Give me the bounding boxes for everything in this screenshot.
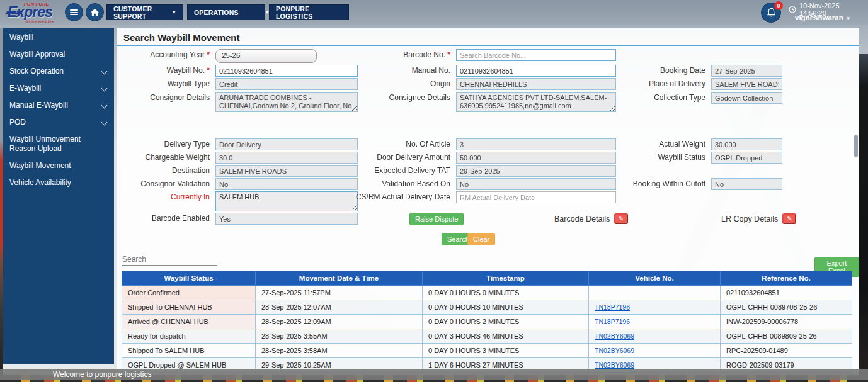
notifications-button[interactable]: 0 (761, 3, 781, 23)
barcode-no-input[interactable] (456, 49, 616, 61)
menu-toggle-button[interactable] (65, 3, 83, 21)
sidebar-item-waybill-unmovement-reason-upload[interactable]: Waybill Unmovement Reason Upload (3, 131, 110, 157)
sidebar-item-label: Waybill Movement (9, 161, 71, 170)
place-of-delivery-input (711, 78, 782, 90)
table-row: Shipped To CHENNAI HUB 28-Sep-2025 12:07… (122, 300, 852, 315)
waybill-no-input[interactable] (215, 65, 358, 77)
user-menu[interactable]: vigneshwaran▼ (795, 14, 851, 21)
field-label: Barcode Enabled (117, 213, 210, 223)
sidebar-item-vehicle-availability[interactable]: Vehicle Availability (3, 174, 114, 191)
column-header-vehicle-no[interactable]: Vehicle No. (589, 271, 721, 286)
cell-datetime: 28-Sep-2025 12:07AM (256, 300, 423, 315)
raise-dispute-button[interactable]: Raise Dispute (409, 213, 464, 225)
field-validation-based-on: Validation Based On (340, 178, 616, 190)
cell-vehicle: TN18P7196 (589, 300, 721, 315)
field-manual-no: Manual No. (340, 65, 616, 77)
edit-icon: ✎ (787, 215, 792, 222)
cell-datetime: 28-Sep-2025 3:58AM (256, 344, 423, 358)
field-expected-delivery-tat: Expected Delivery TAT (340, 165, 616, 177)
clear-button[interactable]: Clear (467, 233, 495, 245)
cell-datetime: 27-Sep-2025 11:57PM (256, 286, 423, 300)
vertical-scrollbar[interactable] (854, 135, 858, 157)
field-label: Validation Based On (340, 178, 450, 188)
table-row: Ready for dispatch 28-Sep-2025 3:55AM 0 … (122, 329, 852, 344)
chevron-down-icon: ▼ (172, 10, 176, 14)
nav-customer-support-label: CUSTOMER SUPPORT (113, 5, 163, 20)
booking-within-cutoff-input (711, 178, 782, 190)
field-actual-weight: Actual Weight (592, 138, 782, 150)
field-label: Delivery Type (117, 138, 210, 149)
field-door-delivery-amount: Door Delivery Amount (340, 152, 616, 164)
column-header-reference-no[interactable]: Reference No. (721, 271, 852, 286)
field-consignor-details: Consignor Details ARUNA TRADE COMBINES -… (117, 92, 358, 112)
expected-delivery-tat-input (456, 165, 616, 177)
barcode-enabled-input (215, 213, 358, 225)
table-row: Arrived @ CHENNAI HUB 28-Sep-2025 12:09A… (122, 315, 852, 329)
notification-count-badge: 0 (774, 1, 783, 10)
field-label: Booking Within Cutoff (592, 178, 705, 188)
sidebar-item-label: Vehicle Availability (9, 178, 71, 187)
brand-logo[interactable]: PON PURE Expres On time every time (6, 1, 66, 24)
sidebar-item-label: Waybill Unmovement Reason Upload (9, 135, 81, 153)
nav-operations-label: OPERATIONS (194, 9, 239, 16)
vehicle-no-link[interactable]: TN18P7196 (595, 318, 630, 325)
barcode-details-label: Barcode Details (554, 215, 610, 223)
field-label: Origin (340, 78, 450, 88)
consignor-details-textarea: ARUNA TRADE COMBINES - CHENNAI,Godown No… (215, 92, 358, 112)
cell-reference: OGPL-CHRH-0089708-25-26 (721, 300, 852, 315)
sidebar-item-label: E-Waybill (9, 84, 41, 93)
sidebar-item-manual-e-waybill[interactable]: Manual E-Waybill (3, 97, 114, 114)
barcode-details-edit-button[interactable]: ✎ (614, 213, 628, 224)
field-cs-rm-actual-delivery-date: CS/RM Actual Delivery Date (340, 191, 616, 203)
table-search-input[interactable] (122, 254, 217, 266)
edit-icon: ✎ (619, 215, 624, 222)
sidebar-item-stock-operation[interactable]: Stock Operation (3, 63, 114, 80)
nav-ponpure-logistics[interactable]: PONPURE LOGISTICS (269, 4, 349, 20)
column-header-waybill-status[interactable]: Waybill Status (122, 271, 256, 286)
field-label: Barcode No. (340, 49, 450, 59)
sidebar-item-waybill[interactable]: Waybill (3, 29, 114, 46)
table-row: Shipped To SALEM HUB 28-Sep-2025 3:58AM … (122, 344, 852, 358)
chevron-down-icon: ▼ (846, 16, 851, 21)
main-content-panel: Search Waybill Movement Accounting Year … (117, 28, 859, 374)
cell-status: Shipped To SALEM HUB (122, 344, 256, 358)
sidebar-item-waybill-movement[interactable]: Waybill Movement (3, 157, 114, 174)
field-label: Waybill Status (592, 152, 705, 162)
cell-timestamp: 0 DAY 0 HOURS 2 MINUTES (423, 315, 589, 329)
table-header-row: Waybill Status Movement Date & Time Time… (122, 271, 852, 286)
sidebar-item-e-waybill[interactable]: E-Waybill (3, 80, 114, 97)
field-consignor-validation: Consignor Validation (117, 178, 358, 190)
lr-copy-details-edit-button[interactable]: ✎ (782, 213, 796, 224)
vehicle-no-link[interactable]: TN02BY6069 (595, 361, 634, 369)
field-waybill-type: Waybill Type (117, 78, 358, 90)
nav-customer-support[interactable]: CUSTOMER SUPPORT ▼ (106, 4, 183, 20)
column-header-timestamp[interactable]: Timestamp (423, 271, 589, 286)
background-photo-right-strip (859, 54, 868, 376)
field-label: Manual No. (340, 65, 450, 75)
field-label: Waybill Type (117, 78, 210, 88)
cell-datetime: 28-Sep-2025 3:55AM (256, 329, 423, 344)
cell-reference: RPC-202509-01489 (721, 344, 852, 358)
nav-operations[interactable]: OPERATIONS ▼ (187, 4, 265, 20)
field-destination: Destination (117, 165, 358, 177)
consignor-validation-input (215, 178, 358, 190)
waybill-status-input (711, 152, 782, 164)
field-booking-date: Booking Date (592, 65, 782, 77)
cell-timestamp: 0 DAY 0 HOURS 3 MINUTES (423, 344, 589, 358)
column-header-movement-datetime[interactable]: Movement Date & Time (256, 271, 423, 286)
field-label: Chargeable Weight (117, 152, 210, 162)
vehicle-no-link[interactable]: TN02BY6069 (595, 347, 634, 354)
accounting-year-select[interactable]: 25-26 (215, 49, 317, 63)
booking-date-input (711, 65, 782, 77)
field-label: Destination (117, 165, 210, 175)
home-button[interactable] (86, 3, 104, 21)
sidebar-menu: Waybill Waybill Approval Stock Operation… (3, 28, 114, 364)
sidebar-item-pod[interactable]: POD (3, 114, 114, 131)
cell-timestamp: 0 DAY 3 HOURS 46 MINUTES (423, 329, 589, 344)
field-label: Currently In (117, 191, 210, 201)
field-label: Consignor Details (117, 92, 210, 102)
cell-reference: OGPL-CHHB-0089809-25-26 (721, 329, 852, 344)
vehicle-no-link[interactable]: TN02BY6069 (595, 332, 634, 340)
sidebar-item-waybill-approval[interactable]: Waybill Approval (3, 46, 114, 63)
vehicle-no-link[interactable]: TN18P7196 (595, 303, 630, 311)
